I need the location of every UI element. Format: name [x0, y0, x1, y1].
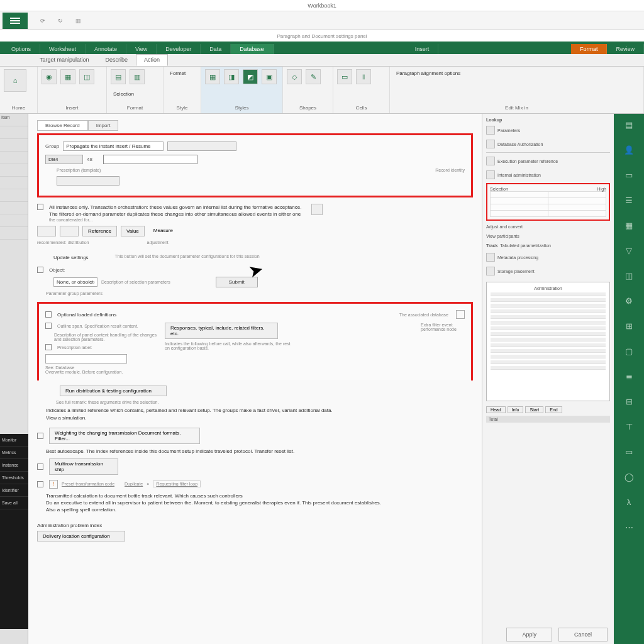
ribbon-shape-icon[interactable]: ◇: [287, 69, 302, 84]
rp-item[interactable]: Execution parameter reference: [497, 159, 558, 164]
ribbon-icon[interactable]: ◫: [79, 69, 94, 84]
rp-item[interactable]: Parameters: [497, 128, 520, 133]
dark-item[interactable]: Instance: [0, 459, 28, 472]
secondary-input[interactable]: [103, 155, 197, 164]
link-preset[interactable]: Preset transformation code: [62, 482, 114, 486]
ribbon-text[interactable]: Selection: [111, 90, 159, 98]
close-icon[interactable]: [456, 310, 465, 319]
preview-tag[interactable]: Info: [508, 406, 524, 413]
quick-access-icon[interactable]: ⟳: [40, 18, 45, 24]
grid-cell[interactable]: [37, 226, 56, 236]
rail-more-icon[interactable]: ⋯: [622, 520, 636, 534]
rail-lambda-icon[interactable]: λ: [622, 495, 636, 509]
rail-pin-icon[interactable]: ⊤: [622, 419, 636, 433]
rail-user-icon[interactable]: 👤: [622, 143, 636, 157]
tab-data[interactable]: Data: [201, 44, 231, 54]
section-c-box[interactable]: Weighting the changing transmission Docu…: [49, 428, 200, 444]
left-rail-item[interactable]: [0, 189, 28, 202]
rail-layers-icon[interactable]: ≣: [622, 369, 636, 383]
tab-review[interactable]: Review: [607, 44, 644, 54]
section-b-title-box[interactable]: Run distribution & testing configuration: [60, 386, 167, 396]
rail-settings-icon[interactable]: ⚙: [622, 294, 636, 308]
rp-item[interactable]: Database Authorization: [497, 142, 543, 147]
rail-tree-icon[interactable]: ⊞: [622, 319, 636, 333]
ribbon-icon[interactable]: ▭: [337, 69, 352, 84]
rp-item[interactable]: Internal administration: [497, 173, 541, 177]
preview-tag[interactable]: Start: [525, 406, 543, 413]
ribbon-icon[interactable]: ▥: [130, 69, 145, 84]
tab-insert[interactable]: Insert: [406, 44, 439, 54]
ribbon-text[interactable]: Paragraph alignment options: [394, 69, 640, 77]
cancel-button[interactable]: Cancel: [558, 628, 608, 641]
subtab-target[interactable]: Target manipulation: [31, 54, 97, 66]
rail-chart-icon[interactable]: ◫: [622, 269, 636, 282]
ribbon-home-icon[interactable]: ⌂: [4, 69, 26, 92]
checkbox-icon[interactable]: [37, 481, 43, 487]
tab-view[interactable]: View: [126, 44, 157, 54]
rail-db-icon[interactable]: ⊟: [622, 394, 636, 408]
checkbox-icon[interactable]: [45, 344, 52, 350]
dark-item[interactable]: Monitor: [0, 434, 28, 447]
tab-developer[interactable]: Developer: [157, 44, 201, 54]
subtab-describe[interactable]: Describe: [97, 54, 136, 66]
group-input[interactable]: [63, 142, 164, 151]
footer-box[interactable]: Delivery location configuration: [37, 531, 125, 541]
rp-tree-item[interactable]: Storage placement: [497, 269, 535, 274]
dark-item[interactable]: Thresholds: [0, 472, 28, 484]
tab-format[interactable]: Format: [571, 44, 608, 54]
template-input[interactable]: [57, 176, 119, 186]
rail-table-icon[interactable]: ▦: [622, 218, 636, 232]
content-tab-import[interactable]: Import: [88, 120, 119, 131]
ribbon-chart-icon[interactable]: ▦: [205, 69, 220, 84]
left-rail-item[interactable]: Item: [0, 114, 28, 126]
ribbon-chart-icon[interactable]: ◨: [224, 69, 239, 84]
tab-database[interactable]: Database: [231, 44, 274, 54]
quick-access-icon[interactable]: ↻: [58, 18, 63, 24]
ribbon-shape-icon[interactable]: ✎: [306, 69, 321, 84]
section-c-box2[interactable]: Multirow transmission ship: [49, 458, 118, 475]
grid-cell[interactable]: Reference: [82, 226, 117, 236]
left-rail-item[interactable]: [0, 177, 28, 189]
grid-cell[interactable]: [60, 226, 79, 236]
checkbox-icon[interactable]: [37, 433, 43, 439]
left-rail-item[interactable]: [0, 139, 28, 152]
left-rail-item[interactable]: [0, 214, 28, 227]
apply-button[interactable]: Apply: [506, 628, 552, 641]
checkbox-icon[interactable]: [37, 464, 43, 470]
help-icon[interactable]: [311, 204, 323, 215]
tab-worksheet[interactable]: Worksheet: [40, 44, 86, 54]
preview-tag[interactable]: End: [545, 406, 562, 413]
ribbon-text[interactable]: Format: [167, 69, 197, 77]
link-request[interactable]: Requesting filter loop: [153, 480, 201, 487]
db-id-input[interactable]: [45, 155, 83, 164]
ribbon-icon[interactable]: ⫴: [356, 69, 371, 84]
rail-book-icon[interactable]: ▭: [622, 445, 636, 458]
ribbon-icon[interactable]: ▤: [111, 69, 126, 84]
left-rail-item[interactable]: [0, 164, 28, 177]
ribbon-chart-icon[interactable]: ▣: [262, 69, 277, 84]
tab-options[interactable]: Options: [3, 44, 40, 54]
left-rail-item[interactable]: [0, 227, 28, 240]
ribbon-icon[interactable]: ▦: [60, 69, 75, 84]
ribbon-icon[interactable]: ◉: [42, 69, 57, 84]
rp-tree-item[interactable]: Metadata processing: [497, 255, 538, 260]
rail-list-icon[interactable]: ☰: [622, 193, 636, 207]
dark-item[interactable]: Save all: [0, 497, 28, 509]
subtab-action[interactable]: Action: [136, 54, 168, 66]
checkbox-icon[interactable]: [37, 204, 43, 210]
panel2-p1b[interactable]: Responses, typical, include, related fil…: [165, 323, 278, 339]
quick-access-icon[interactable]: ▥: [75, 18, 81, 24]
checkbox-icon[interactable]: [37, 267, 43, 273]
left-rail-item[interactable]: [0, 152, 28, 164]
group-extra-input[interactable]: [167, 142, 236, 151]
dark-item[interactable]: Identifier: [0, 484, 28, 497]
rail-ref-icon[interactable]: ▤: [622, 118, 636, 131]
object-input[interactable]: [53, 277, 97, 287]
preview-tag[interactable]: Head: [486, 406, 506, 413]
checkbox-icon[interactable]: [45, 311, 52, 318]
rail-filter-icon[interactable]: ▽: [622, 243, 636, 257]
tab-annotate[interactable]: Annotate: [86, 44, 126, 54]
link-duplicate[interactable]: Duplicate: [125, 482, 143, 486]
rp-tree-item[interactable]: Adjust and convert: [486, 225, 523, 229]
content-tab-browse[interactable]: Browse Record: [37, 120, 88, 131]
